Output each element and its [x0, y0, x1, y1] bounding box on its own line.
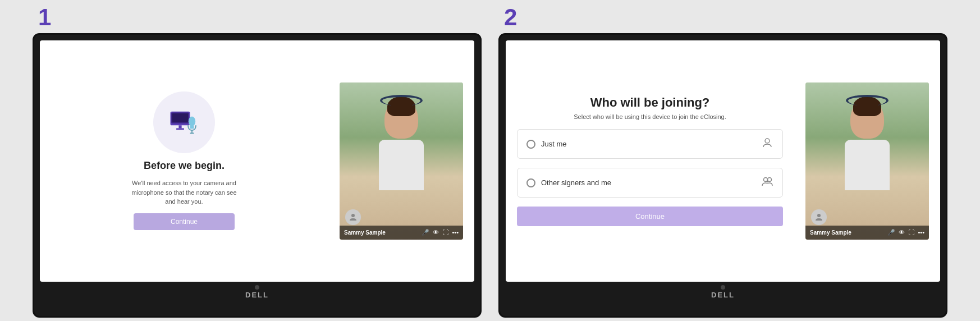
screen2-content: Who will be joining? Select who will be …: [506, 40, 940, 282]
svg-rect-2: [172, 114, 188, 122]
svg-point-5: [189, 117, 195, 127]
monitor-frame-1: Before we begin. We'll need access to yo…: [33, 33, 482, 318]
single-person-icon: [761, 136, 773, 152]
video-thumbnail-1: Sammy Sample 🎤 👁 ⛶ •••: [340, 82, 463, 240]
just-me-option[interactable]: Just me: [517, 129, 783, 159]
video-name-1: Sammy Sample: [344, 230, 386, 236]
continue-button-1[interactable]: Continue: [134, 213, 235, 230]
expand-icon: ⛶: [442, 229, 448, 236]
svg-rect-3: [178, 126, 181, 129]
who-joining-title: Who will be joining?: [517, 95, 783, 110]
monitor-stand-dot-1: [255, 285, 259, 290]
mic-icon: 🎤: [422, 229, 429, 236]
other-signers-left: Other signers and me: [526, 178, 611, 187]
who-joining-desc: Select who will be using this device to …: [517, 113, 783, 120]
svg-point-10: [765, 139, 770, 143]
just-me-radio[interactable]: [526, 140, 535, 149]
screen1-left: Before we begin. We'll need access to yo…: [51, 91, 317, 230]
other-signers-radio[interactable]: [526, 178, 535, 187]
other-signers-option[interactable]: Other signers and me: [517, 168, 783, 198]
monitor-frame-2: Who will be joining? Select who will be …: [498, 33, 947, 318]
group-person-icon: [761, 175, 773, 190]
video-bar-2: Sammy Sample 🎤 👁 ⛶ •••: [805, 226, 929, 240]
before-begin-desc: We'll need access to your camera and mic…: [128, 178, 240, 207]
video-name-2: Sammy Sample: [810, 230, 851, 236]
other-signers-label: Other signers and me: [541, 178, 611, 187]
mic-icon-2: 🎤: [887, 229, 895, 236]
monitor-stand-dot-2: [721, 285, 725, 290]
monitor-screen-2: Who will be joining? Select who will be …: [506, 40, 940, 282]
eye-icon-2: 👁: [899, 229, 905, 236]
svg-point-9: [351, 214, 355, 217]
just-me-label: Just me: [541, 140, 567, 148]
step-number-1: 1: [38, 4, 51, 31]
svg-rect-6: [190, 126, 194, 129]
screen2-left: Who will be joining? Select who will be …: [517, 95, 783, 226]
screen1-content: Before we begin. We'll need access to yo…: [40, 40, 474, 282]
camera-icon-circle: [153, 91, 215, 153]
more-icon-2: •••: [918, 229, 924, 236]
monitor-brand-2: DELL: [506, 291, 940, 299]
more-icon: •••: [452, 229, 459, 236]
video-thumbnail-2: Sammy Sample 🎤 👁 ⛶ •••: [805, 82, 929, 240]
video-controls-2: 🎤 👁 ⛶ •••: [887, 229, 924, 236]
expand-icon-2: ⛶: [908, 229, 914, 236]
monitor-screen-1: Before we begin. We'll need access to yo…: [40, 40, 474, 282]
monitor-1: 1: [33, 4, 482, 318]
svg-point-15: [817, 214, 821, 217]
just-me-left: Just me: [526, 140, 567, 149]
monitor-brand-1: DELL: [40, 291, 474, 299]
avatar-1: [345, 209, 361, 225]
avatar-2: [811, 209, 827, 225]
before-begin-title: Before we begin.: [144, 160, 225, 172]
svg-point-12: [768, 178, 772, 182]
video-bar-1: Sammy Sample 🎤 👁 ⛶ •••: [340, 226, 463, 240]
svg-rect-4: [176, 129, 184, 130]
step-number-2: 2: [504, 4, 517, 31]
continue-button-2[interactable]: Continue: [517, 207, 783, 226]
eye-icon: 👁: [433, 229, 439, 236]
camera-mic-icon: [164, 103, 204, 142]
video-controls-1: 🎤 👁 ⛶ •••: [422, 229, 459, 236]
monitor-2: 2 Who will be joining? Select who will b…: [498, 4, 947, 318]
